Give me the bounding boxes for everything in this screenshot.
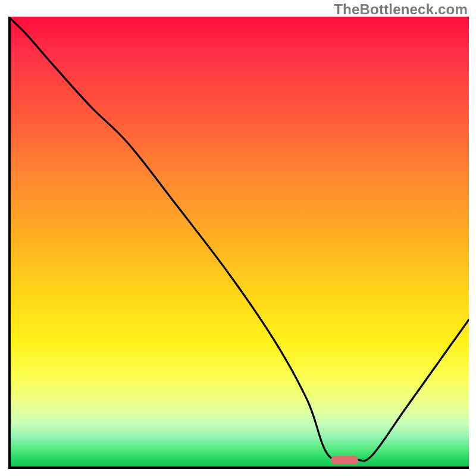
axes [8, 17, 469, 469]
plot-area [8, 17, 469, 469]
chart-frame: TheBottleneck.com [0, 0, 476, 476]
watermark-text: TheBottleneck.com [334, 1, 468, 18]
